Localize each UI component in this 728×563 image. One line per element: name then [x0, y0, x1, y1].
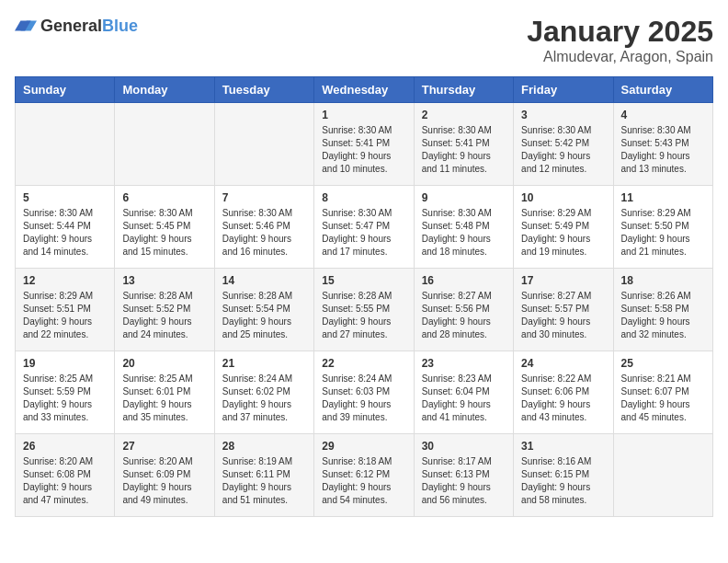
day-number: 3 [521, 109, 605, 121]
calendar-cell: 13Sunrise: 8:28 AM Sunset: 5:52 PM Dayli… [115, 269, 214, 351]
day-info: Sunrise: 8:30 AM Sunset: 5:46 PM Dayligh… [222, 207, 306, 259]
weekday-header-friday: Friday [514, 77, 613, 103]
day-number: 24 [521, 357, 605, 370]
weekday-header-wednesday: Wednesday [314, 77, 414, 103]
day-number: 15 [322, 274, 405, 287]
day-info: Sunrise: 8:28 AM Sunset: 5:52 PM Dayligh… [122, 290, 206, 341]
calendar-cell: 11Sunrise: 8:29 AM Sunset: 5:50 PM Dayli… [613, 186, 712, 269]
day-number: 28 [222, 440, 306, 453]
calendar-cell: 8Sunrise: 8:30 AM Sunset: 5:47 PM Daylig… [314, 186, 414, 269]
calendar-cell: 10Sunrise: 8:29 AM Sunset: 5:49 PM Dayli… [514, 186, 613, 269]
calendar-cell: 21Sunrise: 8:24 AM Sunset: 6:02 PM Dayli… [214, 351, 313, 434]
logo: GeneralBlue [15, 15, 138, 37]
weekday-header-monday: Monday [115, 77, 214, 103]
day-info: Sunrise: 8:30 AM Sunset: 5:42 PM Dayligh… [521, 124, 605, 176]
day-info: Sunrise: 8:30 AM Sunset: 5:48 PM Dayligh… [422, 207, 506, 259]
calendar-cell: 2Sunrise: 8:30 AM Sunset: 5:41 PM Daylig… [414, 103, 513, 186]
day-number: 14 [222, 274, 306, 287]
day-number: 22 [322, 357, 405, 370]
day-info: Sunrise: 8:18 AM Sunset: 6:12 PM Dayligh… [322, 455, 405, 507]
calendar-cell: 16Sunrise: 8:27 AM Sunset: 5:56 PM Dayli… [414, 269, 513, 351]
calendar-cell: 6Sunrise: 8:30 AM Sunset: 5:45 PM Daylig… [115, 186, 214, 269]
day-number: 4 [621, 109, 705, 121]
calendar-cell: 18Sunrise: 8:26 AM Sunset: 5:58 PM Dayli… [613, 269, 712, 351]
day-number: 19 [23, 357, 107, 370]
week-row-3: 19Sunrise: 8:25 AM Sunset: 5:59 PM Dayli… [16, 351, 713, 434]
day-number: 11 [621, 191, 705, 204]
week-row-0: 1Sunrise: 8:30 AM Sunset: 5:41 PM Daylig… [16, 103, 713, 186]
calendar-cell [214, 103, 313, 186]
calendar-cell [115, 103, 214, 186]
day-info: Sunrise: 8:29 AM Sunset: 5:50 PM Dayligh… [621, 207, 705, 259]
day-info: Sunrise: 8:21 AM Sunset: 6:07 PM Dayligh… [621, 373, 705, 424]
calendar-cell: 27Sunrise: 8:20 AM Sunset: 6:09 PM Dayli… [115, 434, 214, 517]
week-row-1: 5Sunrise: 8:30 AM Sunset: 5:44 PM Daylig… [16, 186, 713, 269]
day-info: Sunrise: 8:17 AM Sunset: 6:13 PM Dayligh… [422, 455, 506, 507]
day-info: Sunrise: 8:28 AM Sunset: 5:54 PM Dayligh… [222, 290, 306, 341]
day-info: Sunrise: 8:30 AM Sunset: 5:43 PM Dayligh… [621, 124, 705, 176]
day-number: 5 [23, 191, 107, 204]
day-number: 20 [122, 357, 206, 370]
calendar-cell: 19Sunrise: 8:25 AM Sunset: 5:59 PM Dayli… [16, 351, 115, 434]
day-number: 31 [521, 440, 605, 453]
day-info: Sunrise: 8:23 AM Sunset: 6:04 PM Dayligh… [422, 373, 506, 424]
day-number: 23 [422, 357, 506, 370]
day-number: 17 [521, 274, 605, 287]
day-info: Sunrise: 8:30 AM Sunset: 5:44 PM Dayligh… [23, 207, 107, 259]
day-number: 27 [122, 440, 206, 453]
day-number: 1 [322, 109, 405, 121]
day-number: 16 [422, 274, 506, 287]
calendar-cell: 31Sunrise: 8:16 AM Sunset: 6:15 PM Dayli… [514, 434, 613, 517]
calendar-cell: 7Sunrise: 8:30 AM Sunset: 5:46 PM Daylig… [214, 186, 313, 269]
week-row-2: 12Sunrise: 8:29 AM Sunset: 5:51 PM Dayli… [16, 269, 713, 351]
day-info: Sunrise: 8:29 AM Sunset: 5:51 PM Dayligh… [23, 290, 107, 341]
day-number: 9 [422, 191, 506, 204]
day-info: Sunrise: 8:25 AM Sunset: 6:01 PM Dayligh… [122, 373, 206, 424]
day-info: Sunrise: 8:28 AM Sunset: 5:55 PM Dayligh… [322, 290, 405, 341]
day-number: 26 [23, 440, 107, 453]
calendar-cell: 15Sunrise: 8:28 AM Sunset: 5:55 PM Dayli… [314, 269, 414, 351]
day-info: Sunrise: 8:30 AM Sunset: 5:41 PM Dayligh… [322, 124, 405, 176]
day-number: 18 [621, 274, 705, 287]
day-number: 12 [23, 274, 107, 287]
day-info: Sunrise: 8:24 AM Sunset: 6:03 PM Dayligh… [322, 373, 405, 424]
calendar-table: SundayMondayTuesdayWednesdayThursdayFrid… [15, 76, 713, 517]
logo-icon [15, 15, 37, 37]
day-info: Sunrise: 8:24 AM Sunset: 6:02 PM Dayligh… [222, 373, 306, 424]
calendar-cell: 23Sunrise: 8:23 AM Sunset: 6:04 PM Dayli… [414, 351, 513, 434]
day-info: Sunrise: 8:26 AM Sunset: 5:58 PM Dayligh… [621, 290, 705, 341]
calendar-cell: 17Sunrise: 8:27 AM Sunset: 5:57 PM Dayli… [514, 269, 613, 351]
day-info: Sunrise: 8:19 AM Sunset: 6:11 PM Dayligh… [222, 455, 306, 507]
day-info: Sunrise: 8:20 AM Sunset: 6:09 PM Dayligh… [122, 455, 206, 507]
weekday-header-saturday: Saturday [613, 77, 712, 103]
calendar-cell: 22Sunrise: 8:24 AM Sunset: 6:03 PM Dayli… [314, 351, 414, 434]
day-number: 6 [122, 191, 206, 204]
calendar-cell [16, 103, 115, 186]
calendar-cell: 26Sunrise: 8:20 AM Sunset: 6:08 PM Dayli… [16, 434, 115, 517]
day-info: Sunrise: 8:30 AM Sunset: 5:41 PM Dayligh… [422, 124, 506, 176]
calendar-cell: 24Sunrise: 8:22 AM Sunset: 6:06 PM Dayli… [514, 351, 613, 434]
day-info: Sunrise: 8:27 AM Sunset: 5:56 PM Dayligh… [422, 290, 506, 341]
calendar-cell: 29Sunrise: 8:18 AM Sunset: 6:12 PM Dayli… [314, 434, 414, 517]
weekday-header-row: SundayMondayTuesdayWednesdayThursdayFrid… [16, 77, 713, 103]
day-info: Sunrise: 8:16 AM Sunset: 6:15 PM Dayligh… [521, 455, 605, 507]
day-number: 7 [222, 191, 306, 204]
day-info: Sunrise: 8:29 AM Sunset: 5:49 PM Dayligh… [521, 207, 605, 259]
title-area: January 2025 Almudevar, Aragon, Spain [527, 15, 713, 65]
day-info: Sunrise: 8:20 AM Sunset: 6:08 PM Dayligh… [23, 455, 107, 507]
weekday-header-thursday: Thursday [414, 77, 513, 103]
logo-text-general: General [40, 17, 102, 35]
calendar-cell: 9Sunrise: 8:30 AM Sunset: 5:48 PM Daylig… [414, 186, 513, 269]
calendar-cell: 14Sunrise: 8:28 AM Sunset: 5:54 PM Dayli… [214, 269, 313, 351]
calendar-cell: 12Sunrise: 8:29 AM Sunset: 5:51 PM Dayli… [16, 269, 115, 351]
calendar-cell: 4Sunrise: 8:30 AM Sunset: 5:43 PM Daylig… [613, 103, 712, 186]
weekday-header-sunday: Sunday [16, 77, 115, 103]
logo-text-blue: Blue [102, 17, 138, 35]
day-info: Sunrise: 8:30 AM Sunset: 5:47 PM Dayligh… [322, 207, 405, 259]
day-number: 2 [422, 109, 506, 121]
calendar-cell: 25Sunrise: 8:21 AM Sunset: 6:07 PM Dayli… [613, 351, 712, 434]
page-header: GeneralBlue January 2025 Almudevar, Arag… [15, 15, 713, 65]
day-number: 29 [322, 440, 405, 453]
calendar-cell: 30Sunrise: 8:17 AM Sunset: 6:13 PM Dayli… [414, 434, 513, 517]
week-row-4: 26Sunrise: 8:20 AM Sunset: 6:08 PM Dayli… [16, 434, 713, 517]
